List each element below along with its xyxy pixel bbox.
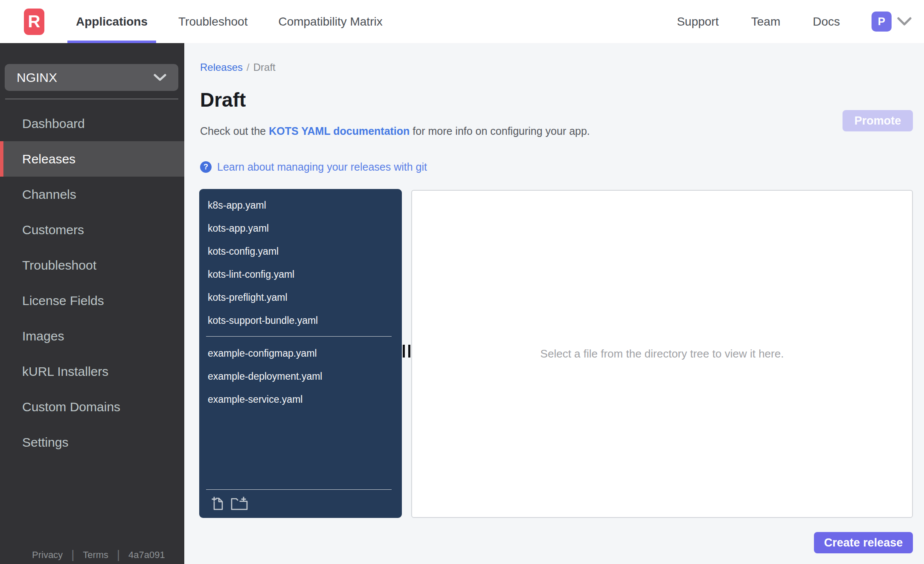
sidebar-divider <box>5 99 178 99</box>
breadcrumb-separator: / <box>247 61 250 73</box>
sidebar-item[interactable]: Customers <box>0 212 184 247</box>
app-selector-value: NGINX <box>17 70 57 85</box>
empty-viewer-message: Select a file from the directory tree to… <box>540 347 784 360</box>
create-release-button[interactable]: Create release <box>814 532 913 553</box>
terms-link[interactable]: Terms <box>83 549 108 561</box>
tab[interactable]: Troubleshoot <box>178 0 247 43</box>
resize-bar <box>408 345 410 358</box>
sidebar-footer: Privacy | Terms | 4a7a091 <box>32 548 165 561</box>
privacy-link[interactable]: Privacy <box>32 549 63 561</box>
main-content: Releases/Draft Draft Promote Check out t… <box>184 43 924 564</box>
file-tree-item[interactable]: kots-app.yaml <box>199 217 402 240</box>
chevron-down-icon[interactable] <box>897 17 912 26</box>
release-editor-panels: k8s-app.yaml kots-app.yaml kots-config.y… <box>199 189 913 518</box>
new-folder-icon[interactable] <box>231 496 248 511</box>
footer-separator: | <box>71 548 74 561</box>
intro-suffix: for more info on configuring your app. <box>410 125 590 137</box>
sidebar-item[interactable]: Settings <box>0 424 184 460</box>
page-title: Draft <box>200 88 246 111</box>
primary-tabs: Applications Troubleshoot Compatibility … <box>76 0 383 43</box>
tab[interactable]: Applications <box>76 0 148 43</box>
header-right: Support Team Docs P <box>677 12 924 32</box>
file-tree-item[interactable]: example-configmap.yaml <box>199 342 402 365</box>
sidebar-item[interactable]: License Fields <box>0 283 184 318</box>
file-tree-item[interactable]: example-service.yaml <box>199 388 402 411</box>
app-selector-dropdown[interactable]: NGINX <box>5 64 178 91</box>
file-tree-item[interactable]: kots-preflight.yaml <box>199 286 402 309</box>
git-help-link[interactable]: ? Learn about managing your releases wit… <box>200 161 427 173</box>
sidebar: NGINX Dashboard Releases Channels Custom… <box>0 43 184 564</box>
header-link[interactable]: Docs <box>813 15 840 29</box>
sidebar-item[interactable]: Dashboard <box>0 106 184 141</box>
build-version: 4a7a091 <box>128 549 165 561</box>
new-file-icon[interactable] <box>211 496 224 511</box>
file-tree-item[interactable]: k8s-app.yaml <box>199 194 402 217</box>
file-tree-item[interactable]: example-deployment.yaml <box>199 365 402 388</box>
avatar[interactable]: P <box>872 12 892 32</box>
promote-button[interactable]: Promote <box>843 110 913 131</box>
sidebar-item[interactable]: Troubleshoot <box>0 247 184 283</box>
kots-file-list: k8s-app.yaml kots-app.yaml kots-config.y… <box>199 189 402 332</box>
intro-text: Check out the KOTS YAML documentation fo… <box>200 125 590 137</box>
breadcrumb: Releases/Draft <box>200 61 276 73</box>
panel-resize-handle[interactable] <box>403 345 410 358</box>
header-link[interactable]: Team <box>751 15 780 29</box>
chevron-down-icon <box>154 74 166 81</box>
file-viewer-panel: Select a file from the directory tree to… <box>411 190 913 518</box>
git-help-label: Learn about managing your releases with … <box>217 161 427 173</box>
sidebar-item[interactable]: Releases <box>0 141 184 177</box>
tab[interactable]: Compatibility Matrix <box>278 0 382 43</box>
breadcrumb-releases-link[interactable]: Releases <box>200 61 243 73</box>
intro-prefix: Check out the <box>200 125 269 137</box>
header-link[interactable]: Support <box>677 15 719 29</box>
resize-bar <box>403 345 405 358</box>
replicated-logo[interactable]: R <box>24 9 44 35</box>
sidebar-item[interactable]: Images <box>0 318 184 354</box>
file-tree-item[interactable]: kots-config.yaml <box>199 240 402 263</box>
sidebar-item[interactable]: kURL Installers <box>0 354 184 389</box>
top-nav-bar: R Applications Troubleshoot Compatibilit… <box>0 0 924 43</box>
sidebar-item[interactable]: Custom Domains <box>0 389 184 424</box>
file-tree-footer <box>199 489 402 518</box>
question-mark-icon: ? <box>200 161 212 173</box>
file-tree-panel: k8s-app.yaml kots-app.yaml kots-config.y… <box>199 189 402 518</box>
sidebar-nav: Dashboard Releases Channels Customers Tr… <box>0 106 184 460</box>
sidebar-item[interactable]: Channels <box>0 177 184 212</box>
header-links: Support Team Docs <box>677 15 840 29</box>
file-tree-divider <box>206 336 392 337</box>
file-tree-item[interactable]: kots-support-bundle.yaml <box>199 309 402 332</box>
footer-separator: | <box>117 548 120 561</box>
file-tree-item[interactable]: kots-lint-config.yaml <box>199 263 402 286</box>
kots-yaml-docs-link[interactable]: KOTS YAML documentation <box>269 125 410 137</box>
breadcrumb-current: Draft <box>253 61 276 73</box>
example-file-list: example-configmap.yaml example-deploymen… <box>199 342 402 411</box>
file-tree-actions <box>199 490 402 518</box>
